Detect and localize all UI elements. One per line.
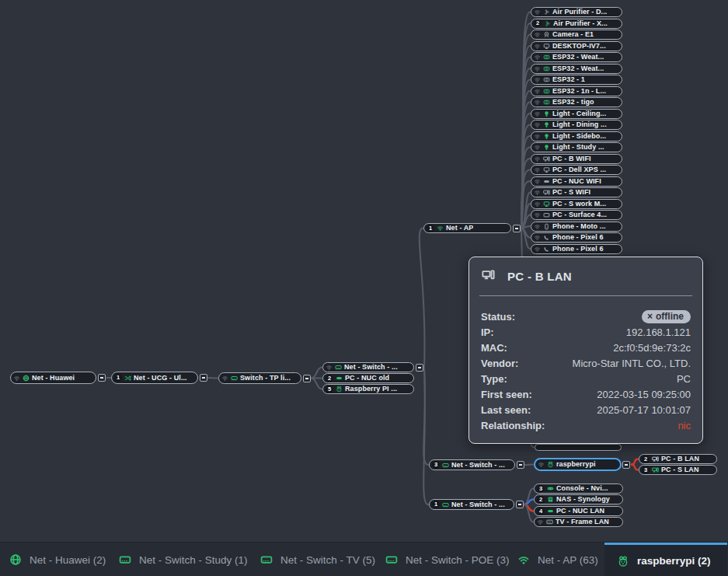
tab-net-huawei[interactable]: Net - Huawei (2)	[9, 543, 106, 576]
node-ap-pc-surface[interactable]: PC - Surface 4...	[531, 210, 622, 220]
node-ap-esp32-tigo[interactable]: ESP32 - tigo	[531, 97, 622, 107]
detail-row-last-seen: Last seen:2025-07-17 10:01:07	[481, 402, 691, 417]
node-raspberrypi[interactable]: raspberrypi	[534, 458, 622, 471]
collapse-button[interactable]	[98, 374, 106, 382]
tab-net-switch-study[interactable]: Net - Switch - Study (1)	[119, 543, 248, 576]
collapse-button[interactable]	[516, 501, 524, 508]
edge	[521, 80, 530, 229]
edge	[632, 465, 638, 470]
collapse-button[interactable]	[513, 225, 521, 232]
monitor-icon	[543, 201, 550, 208]
tab-label: Net - Switch - TV (5)	[280, 554, 375, 566]
node-sw1b[interactable]: 1Net - Switch - ...	[429, 499, 514, 510]
fan-icon	[544, 20, 551, 27]
node-pc-nuc-old[interactable]: 2PC - NUC old	[322, 373, 414, 383]
node-label: PC - Surface 4...	[552, 211, 607, 218]
wifi-icon	[534, 234, 541, 241]
wifi-icon	[534, 155, 541, 162]
collapse-button[interactable]	[517, 461, 524, 469]
node-ap-air-purifier-d[interactable]: Air Purifier - D...	[531, 7, 622, 17]
collapse-button[interactable]	[622, 461, 630, 469]
edge	[524, 504, 533, 522]
tab-raspberrypi[interactable]: raspberrypi (2)	[604, 543, 727, 576]
node-tv-frame[interactable]: TV - Frame LAN	[534, 517, 623, 527]
node-ap-phone-moto[interactable]: Phone - Moto ...	[531, 222, 622, 232]
detail-label: IP:	[481, 326, 494, 338]
collapse-button[interactable]	[303, 375, 311, 382]
monitor-icon	[543, 166, 550, 173]
edge	[521, 58, 530, 229]
detail-row-type: Type:PC	[481, 371, 691, 386]
wifi-icon	[437, 225, 444, 232]
node-label: Light - Sidebo...	[552, 133, 606, 140]
node-ap-esp32-weat-2[interactable]: ESP32 - Weat...	[531, 64, 622, 74]
node-pc-s-lan[interactable]: 3PC - S LAN	[639, 465, 717, 475]
detail-row-mac: MAC:2c:f0:5d:9e:73:2c	[481, 340, 691, 355]
node-ap-pc-b-wifi[interactable]: PC - B WIFI	[531, 154, 622, 164]
edge	[521, 159, 530, 229]
globe-icon	[9, 553, 22, 566]
tab-net-switch-tv[interactable]: Net - Switch - TV (5)	[260, 543, 375, 576]
node-ap-esp32-1[interactable]: ESP32 - 1	[531, 75, 622, 85]
edge	[521, 181, 530, 229]
tab-label: Net - Huawei (2)	[30, 554, 106, 566]
node-ap-light-ceiling[interactable]: Light - Ceiling...	[531, 109, 622, 119]
pc-icon	[543, 155, 550, 162]
wifi-icon	[534, 189, 541, 196]
node-pc-b-lan[interactable]: 2PC - B LAN	[639, 454, 717, 464]
node-label: PC - S WIFI	[552, 189, 590, 196]
node-ap-light-dining[interactable]: Light - Dining ...	[531, 120, 622, 130]
edge	[521, 103, 530, 229]
node-ap-pc-s-wifi[interactable]: PC - S WIFI	[531, 187, 622, 197]
child-count-badge: 3	[537, 485, 545, 493]
node-label: PC - S work M...	[552, 201, 606, 208]
node-ap-desktop[interactable]: DESKTOP-IV7...	[531, 41, 622, 51]
node-ap-pc-s-work[interactable]: PC - S work M...	[531, 199, 622, 209]
wifi-icon	[517, 553, 530, 566]
edge	[521, 46, 530, 229]
node-ap-phone-pixel-2[interactable]: Phone - Pixel 6	[531, 244, 622, 254]
node-raspi-group[interactable]: 5Raspberry PI ...	[322, 384, 414, 394]
node-ap-light-study[interactable]: Light - Study ...	[531, 142, 622, 152]
child-count-badge: 2	[534, 19, 542, 27]
node-huawei[interactable]: Net - Huawei	[10, 372, 96, 384]
tab-net-ap[interactable]: Net - AP (63)	[517, 543, 598, 576]
wifi-icon	[538, 461, 545, 468]
edge	[521, 170, 530, 229]
collapse-button[interactable]	[200, 374, 207, 382]
node-ap-light-sideboard[interactable]: Light - Sidebo...	[531, 131, 622, 141]
wifi-icon	[534, 223, 541, 230]
node-net-ap[interactable]: 1Net - AP	[423, 223, 511, 233]
handset-icon	[543, 246, 550, 253]
node-ap-air-purifier-x[interactable]: 2Air Purifier - X...	[531, 19, 622, 29]
wifi-icon	[221, 375, 228, 382]
node-ap-pc-nuc-wifi[interactable]: PC - NUC WIFI	[531, 176, 622, 187]
node-switch-tp[interactable]: Switch - TP li...	[218, 372, 301, 384]
network-map-canvas[interactable]: Air Purifier - D...2Air Purifier - X...C…	[0, 0, 728, 542]
node-sw3[interactable]: 3Net - Switch - ...	[429, 459, 515, 470]
node-sw-child[interactable]: Net - Switch - ...	[322, 362, 414, 372]
node-ap-phone-pixel-1[interactable]: Phone - Pixel 6	[531, 232, 622, 243]
node-label: PC - NUC LAN	[556, 508, 604, 515]
tv-icon	[546, 518, 553, 525]
node-nas[interactable]: 2NAS - Synology	[534, 494, 623, 504]
detail-label: Type:	[481, 373, 507, 385]
node-label: Console - Nvi...	[556, 485, 608, 492]
node-ap-esp32-weat-1[interactable]: ESP32 - Weat...	[531, 52, 622, 62]
node-pc-nuc-lan[interactable]: 4PC - NUC LAN	[534, 506, 623, 516]
node-ucg[interactable]: 1Net - UCG - Ul...	[111, 372, 198, 384]
collapse-button[interactable]	[416, 364, 423, 372]
switch-icon	[231, 375, 238, 382]
edge	[521, 229, 530, 238]
node-ap-camera-e1[interactable]: Camera - E1	[531, 30, 622, 40]
nuc-icon	[547, 508, 554, 515]
node-console[interactable]: 3Console - Nvi...	[534, 483, 623, 494]
tab-net-switch-poe[interactable]: Net - Switch - POE (3)	[385, 543, 510, 576]
edge	[312, 379, 322, 389]
edge	[632, 459, 638, 465]
node-ap-esp32-1n[interactable]: ESP32 - 1n - L...	[531, 86, 622, 96]
node-ap-pc-dell-xps[interactable]: PC - Dell XPS ...	[531, 165, 622, 175]
edge	[423, 368, 428, 505]
edge	[208, 378, 218, 379]
node-occluded[interactable]	[535, 444, 622, 451]
